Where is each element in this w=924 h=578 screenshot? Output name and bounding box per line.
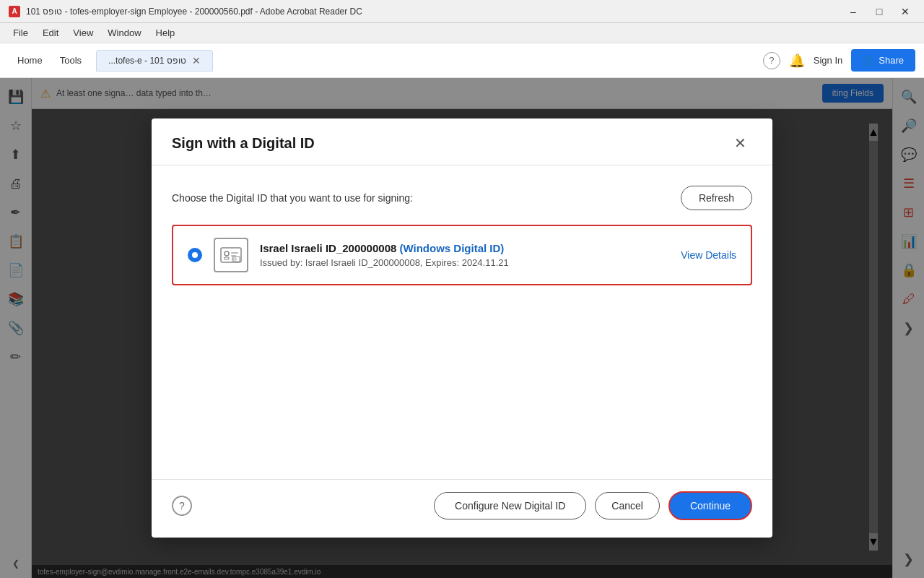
menu-edit[interactable]: Edit: [35, 25, 66, 41]
sign-in-button[interactable]: Sign In: [814, 55, 842, 66]
id-type-text: (Windows Digital ID): [400, 242, 505, 254]
tab-label: ...tofes-e - 101 טופס: [108, 56, 186, 66]
footer-help-button[interactable]: ?: [172, 496, 192, 516]
refresh-button[interactable]: Refresh: [681, 186, 752, 210]
share-label: Share: [879, 55, 904, 66]
app-icon: A: [9, 6, 20, 17]
main-area: 💾 ☆ ⬆ 🖨 ✒ 📋 📄 📚 📎 ✏ ❮ ⚠ At least one sig…: [0, 78, 924, 578]
share-button[interactable]: 👤 Share: [851, 49, 915, 72]
configure-new-digital-id-button[interactable]: Configure New Digital ID: [434, 492, 586, 519]
digital-id-item[interactable]: Israel Israeli ID_200000008 (Windows Dig…: [172, 225, 752, 285]
document-tab[interactable]: ...tofes-e - 101 טופס ✕: [96, 50, 213, 72]
close-button[interactable]: ✕: [895, 4, 915, 19]
modal-title: Sign with a Digital ID: [172, 135, 315, 152]
modal-footer: ? Configure New Digital ID Cancel Contin…: [152, 479, 772, 538]
digital-id-issuer: Issued by: Israel Israeli ID_200000008, …: [260, 257, 658, 268]
modal-close-button[interactable]: ✕: [728, 133, 752, 153]
tab-close-button[interactable]: ✕: [192, 55, 201, 66]
digital-id-modal: Sign with a Digital ID ✕ Choose the Digi…: [152, 118, 772, 538]
menu-window[interactable]: Window: [100, 25, 148, 41]
menu-bar: File Edit View Window Help: [0, 23, 924, 43]
svg-point-1: [225, 251, 229, 256]
app-toolbar: Home Tools ...tofes-e - 101 טופס ✕ ? 🔔 S…: [0, 43, 924, 78]
tab-bar: ...tofes-e - 101 טופס ✕: [96, 50, 763, 72]
cancel-button[interactable]: Cancel: [595, 492, 660, 519]
menu-file[interactable]: File: [6, 25, 35, 41]
modal-description: Choose the Digital ID that you want to u…: [172, 192, 413, 204]
digital-id-info: Israel Israeli ID_200000008 (Windows Dig…: [260, 242, 658, 268]
modal-overlay: Sign with a Digital ID ✕ Choose the Digi…: [0, 78, 924, 578]
radio-inner: [192, 252, 198, 258]
menu-view[interactable]: View: [66, 25, 100, 41]
continue-button[interactable]: Continue: [668, 491, 752, 520]
svg-rect-3: [231, 252, 238, 254]
window-title: 101 טופס - tofes-employer-sign Employee …: [26, 7, 843, 17]
minimize-button[interactable]: –: [843, 4, 863, 19]
help-button[interactable]: ?: [763, 52, 780, 69]
maximize-button[interactable]: □: [869, 4, 889, 19]
home-button[interactable]: Home: [9, 52, 51, 69]
svg-rect-2: [225, 257, 229, 259]
modal-header: Sign with a Digital ID ✕: [152, 118, 772, 165]
radio-selected[interactable]: [188, 248, 202, 262]
menu-help[interactable]: Help: [149, 25, 183, 41]
tools-button[interactable]: Tools: [51, 52, 90, 69]
modal-body: Choose the Digital ID that you want to u…: [152, 165, 772, 479]
view-details-link[interactable]: View Details: [681, 249, 736, 261]
title-bar: A 101 טופס - tofes-employer-sign Employe…: [0, 0, 924, 23]
toolbar-right: ? 🔔 Sign In 👤 Share: [763, 49, 915, 72]
footer-buttons: Configure New Digital ID Cancel Continue: [434, 491, 752, 520]
digital-id-name: Israel Israeli ID_200000008 (Windows Dig…: [260, 242, 658, 254]
digital-id-list: Israel Israeli ID_200000008 (Windows Dig…: [172, 225, 752, 285]
notifications-button[interactable]: 🔔: [789, 53, 805, 69]
id-name-text: Israel Israeli ID_200000008: [260, 242, 396, 254]
share-icon: 👤: [863, 55, 874, 66]
digital-id-icon: [214, 238, 248, 272]
window-controls: – □ ✕: [843, 4, 915, 19]
